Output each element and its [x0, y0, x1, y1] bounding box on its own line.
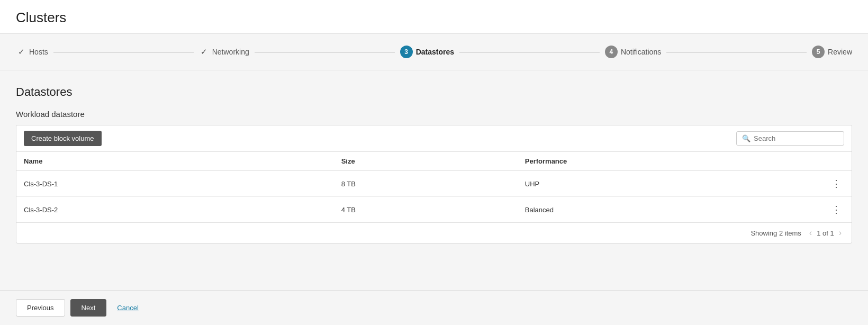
cell-name: Cls-3-DS-2 — [16, 197, 334, 223]
table-toolbar: Create block volume 🔍 — [16, 125, 852, 152]
step-connector-3 — [459, 52, 600, 52]
stepper-bar: ✓ Hosts ✓ Networking 3 Datastores 4 Noti… — [0, 34, 868, 70]
table-card: Create block volume 🔍 Name Size Performa… — [16, 125, 852, 243]
cell-performance: UHP — [518, 171, 810, 197]
cell-size: 4 TB — [334, 197, 518, 223]
create-block-volume-button[interactable]: Create block volume — [24, 131, 102, 146]
search-box: 🔍 — [736, 131, 844, 146]
step-hosts-label: Hosts — [29, 48, 48, 56]
main-content: Datastores Workload datastore Create blo… — [0, 70, 868, 290]
step-networking-label: Networking — [212, 48, 249, 56]
pagination-nav: ‹ 1 of 1 › — [807, 227, 844, 239]
step-connector-2 — [255, 52, 395, 52]
next-button[interactable]: Next — [70, 299, 107, 317]
cancel-button[interactable]: Cancel — [112, 300, 143, 316]
showing-items-text: Showing 2 items — [751, 229, 801, 237]
step-notifications-label: Notifications — [621, 48, 661, 56]
page-wrapper: Clusters ✓ Hosts ✓ Networking 3 Datastor… — [0, 0, 868, 325]
table-footer: Showing 2 items ‹ 1 of 1 › — [16, 222, 852, 243]
step-5-circle: 5 — [812, 46, 825, 58]
search-icon: 🔍 — [742, 134, 751, 142]
row-more-button[interactable]: ⋮ — [828, 203, 844, 216]
table-row: Cls-3-DS-1 8 TB UHP ⋮ — [16, 171, 852, 197]
step-networking[interactable]: ✓ Networking — [199, 47, 249, 57]
section-title: Datastores — [16, 85, 852, 99]
checkmark-icon-2: ✓ — [199, 47, 210, 57]
step-review[interactable]: 5 Review — [812, 46, 852, 58]
cell-actions: ⋮ — [810, 171, 852, 197]
cell-actions: ⋮ — [810, 197, 852, 223]
cell-performance: Balanced — [518, 197, 810, 223]
pagination-prev-button[interactable]: ‹ — [807, 227, 815, 239]
step-connector-4 — [666, 52, 807, 52]
table-body: Cls-3-DS-1 8 TB UHP ⋮ Cls-3-DS-2 4 TB Ba… — [16, 171, 852, 223]
step-4-circle: 4 — [605, 46, 618, 58]
col-header-actions — [810, 152, 852, 171]
search-input[interactable] — [754, 134, 838, 142]
row-more-button[interactable]: ⋮ — [828, 177, 844, 191]
cell-size: 8 TB — [334, 171, 518, 197]
step-datastores-label: Datastores — [416, 48, 454, 56]
page-footer: Previous Next Cancel — [0, 290, 868, 325]
step-review-label: Review — [828, 48, 852, 56]
page-info: 1 of 1 — [817, 229, 834, 237]
col-header-size: Size — [334, 152, 518, 171]
col-header-name: Name — [16, 152, 334, 171]
col-header-performance: Performance — [518, 152, 810, 171]
page-title: Clusters — [16, 10, 852, 26]
step-hosts[interactable]: ✓ Hosts — [16, 47, 48, 57]
page-header: Clusters — [0, 0, 868, 34]
step-3-circle: 3 — [400, 46, 413, 58]
subsection-title: Workload datastore — [16, 110, 852, 119]
step-notifications[interactable]: 4 Notifications — [605, 46, 661, 58]
cell-name: Cls-3-DS-1 — [16, 171, 334, 197]
step-connector-1 — [53, 52, 194, 52]
datastores-table: Name Size Performance Cls-3-DS-1 8 TB UH… — [16, 152, 852, 222]
table-header-row: Name Size Performance — [16, 152, 852, 171]
pagination-next-button[interactable]: › — [836, 227, 844, 239]
step-datastores[interactable]: 3 Datastores — [400, 46, 454, 58]
checkmark-icon: ✓ — [16, 47, 26, 57]
table-row: Cls-3-DS-2 4 TB Balanced ⋮ — [16, 197, 852, 223]
previous-button[interactable]: Previous — [16, 299, 65, 317]
